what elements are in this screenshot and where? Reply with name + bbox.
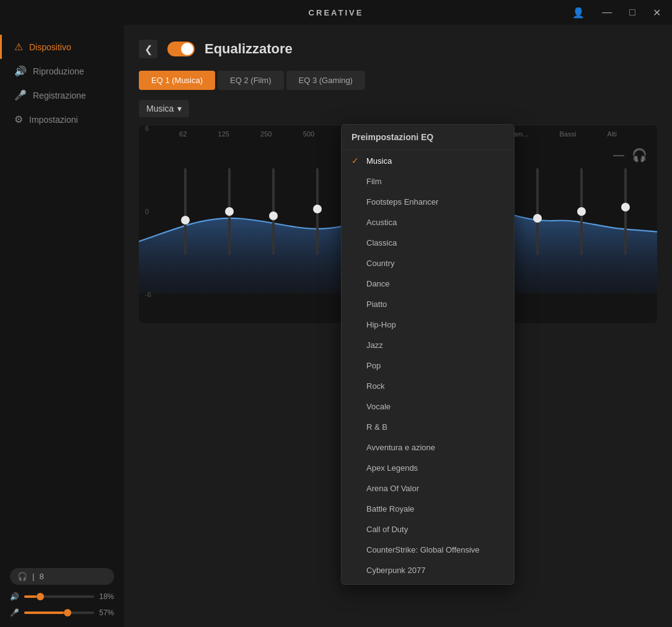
eq-toggle[interactable] — [167, 42, 195, 56]
divider: | — [32, 572, 34, 581]
eq-thumb-250[interactable] — [269, 211, 278, 220]
eq-label-6: 6 — [145, 125, 151, 132]
eq-slider-125 — [228, 149, 231, 273]
mic-slider-icon: 🎤 — [10, 608, 19, 617]
eq-track-500[interactable] — [316, 168, 319, 255]
dropdown-item-label-8: Hip-Hop — [366, 320, 396, 329]
eq-thumb-62[interactable] — [181, 216, 190, 225]
dropdown-item-0[interactable]: ✓Musica — [342, 150, 514, 171]
dropdown-item-8[interactable]: Hip-Hop — [342, 314, 514, 335]
dropdown-item-label-9: Jazz — [366, 340, 383, 350]
dropdown-item-2[interactable]: Footsteps Enhancer — [342, 192, 514, 212]
mic-fill — [24, 611, 64, 614]
dropdown-item-17[interactable]: Battle Royale — [342, 499, 514, 519]
tab-eq3[interactable]: EQ 3 (Gaming) — [286, 71, 365, 90]
dropdown-list: ✓MusicaFilmFootsteps EnhancerAcusticaCla… — [342, 150, 514, 584]
sidebar-label-registrazione: Registrazione — [33, 91, 86, 100]
sidebar-item-registrazione[interactable]: 🎤 Registrazione — [0, 83, 124, 107]
dropdown-item-19[interactable]: CounterStrike: Global Offensive — [342, 540, 514, 560]
sidebar: ⚠ Dispositivo 🔊 Riproduzione 🎤 Registraz… — [0, 25, 124, 627]
eq-thumb-125[interactable] — [225, 207, 234, 216]
dropdown-item-5[interactable]: Country — [342, 253, 514, 273]
tab-eq1[interactable]: EQ 1 (Musica) — [139, 71, 215, 90]
eq-track-bassi[interactable] — [580, 168, 583, 255]
dropdown-item-4[interactable]: Classica — [342, 233, 514, 253]
dropdown-item-10[interactable]: Pop — [342, 355, 514, 376]
eq-track-alti[interactable] — [624, 168, 627, 255]
dropdown-item-14[interactable]: Avventura e azione — [342, 437, 514, 458]
dropdown-item-label-2: Footsteps Enhancer — [366, 197, 438, 207]
dropdown-item-7[interactable]: Piatto — [342, 294, 514, 314]
sidebar-label-impostazioni: Impostazioni — [29, 115, 78, 125]
eq-thumb-500[interactable] — [313, 205, 322, 213]
account-button[interactable]: 👤 — [568, 6, 588, 20]
eq-tabs: EQ 1 (Musica) EQ 2 (Film) EQ 3 (Gaming) — [139, 71, 657, 90]
dropdown-item-label-6: Dance — [366, 279, 390, 288]
dropdown-item-6[interactable]: Dance — [342, 273, 514, 294]
volume-icon: 🔊 — [10, 592, 19, 601]
minimize-button[interactable]: — — [598, 6, 616, 19]
dropdown-item-12[interactable]: Vocale — [342, 396, 514, 417]
content-header: ❮ Equalizzatore — [139, 40, 657, 58]
dropdown-item-label-16: Arena Of Valor — [366, 484, 419, 493]
back-button[interactable]: ❮ — [139, 40, 157, 58]
dropdown-item-13[interactable]: R & B — [342, 417, 514, 437]
sidebar-label-riproduzione: Riproduzione — [33, 66, 84, 76]
dropdown-item-label-1: Film — [366, 177, 382, 186]
dropdown-item-11[interactable]: Rock — [342, 376, 514, 396]
eq-slider-500 — [316, 149, 319, 273]
title-bar: CREATIVE 👤 — □ ✕ — [0, 0, 672, 25]
eq-preset-label: Musica — [146, 104, 174, 113]
eq-label-neg6: -6 — [145, 291, 151, 298]
eq-preset-selector[interactable]: Musica ▾ — [139, 100, 189, 117]
dropdown-item-label-10: Pop — [366, 361, 381, 370]
eq-thumb-pream[interactable] — [533, 214, 542, 223]
close-button[interactable]: ✕ — [649, 6, 665, 20]
dropdown-item-label-13: R & B — [366, 422, 387, 432]
tab-eq2[interactable]: EQ 2 (Film) — [218, 71, 283, 90]
dropdown-item-1[interactable]: Film — [342, 171, 514, 192]
title-bar-right: 👤 — □ ✕ — [568, 6, 665, 20]
dropdown-item-label-14: Avventura e azione — [366, 443, 435, 452]
mic-thumb[interactable] — [64, 609, 71, 616]
sidebar-item-impostazioni[interactable]: ⚙ Impostazioni — [0, 107, 124, 131]
dropdown-item-18[interactable]: Call of Duty — [342, 519, 514, 540]
dropdown-item-9[interactable]: Jazz — [342, 335, 514, 355]
dropdown-item-label-19: CounterStrike: Global Offensive — [366, 545, 480, 554]
eq-thumb-alti[interactable] — [621, 203, 630, 211]
dropdown-item-21[interactable]: Death Stranding — [342, 580, 514, 584]
dropdown-item-15[interactable]: Apex Legends — [342, 458, 514, 478]
page-title: Equalizzatore — [205, 41, 293, 57]
dropdown-item-16[interactable]: Arena Of Valor — [342, 478, 514, 499]
mic-track[interactable] — [24, 611, 94, 614]
eq-slider-62 — [184, 149, 187, 273]
volume-value: 18% — [99, 592, 114, 601]
eq-track-pream[interactable] — [536, 168, 539, 255]
dropdown-item-label-0: Musica — [366, 156, 392, 166]
dropdown-item-label-17: Battle Royale — [366, 504, 414, 514]
sidebar-item-riproduzione[interactable]: 🔊 Riproduzione — [0, 59, 124, 83]
eq-preset-dropdown: Preimpostazioni EQ ✓MusicaFilmFootsteps … — [341, 124, 515, 585]
sidebar-item-dispositivo[interactable]: ⚠ Dispositivo — [0, 35, 124, 59]
dropdown-header: Preimpostazioni EQ — [342, 125, 514, 150]
volume-track[interactable] — [24, 595, 94, 598]
device-selector[interactable]: 🎧 | 8 — [10, 568, 114, 585]
maximize-button[interactable]: □ — [626, 6, 639, 19]
dropdown-item-label-11: Rock — [366, 381, 385, 391]
eq-slider-bassi — [580, 149, 583, 273]
mic-value: 57% — [99, 608, 114, 617]
dropdown-item-label-7: Piatto — [366, 300, 387, 309]
eq-track-125[interactable] — [228, 168, 231, 255]
headphone-device-icon: 🎧 — [17, 572, 27, 581]
dropdown-item-label-15: Apex Legends — [366, 463, 418, 473]
dropdown-item-3[interactable]: Acustica — [342, 212, 514, 233]
warning-icon: ⚠ — [14, 41, 23, 53]
sidebar-label-dispositivo: Dispositivo — [29, 42, 71, 52]
volume-thumb[interactable] — [37, 593, 44, 600]
dropdown-item-20[interactable]: Cyberpunk 2077 — [342, 560, 514, 580]
eq-thumb-bassi[interactable] — [577, 207, 586, 216]
app-title: CREATIVE — [309, 8, 364, 17]
dropdown-item-label-5: Country — [366, 259, 395, 268]
eq-track-250[interactable] — [272, 168, 275, 255]
eq-track-62[interactable] — [184, 168, 187, 255]
